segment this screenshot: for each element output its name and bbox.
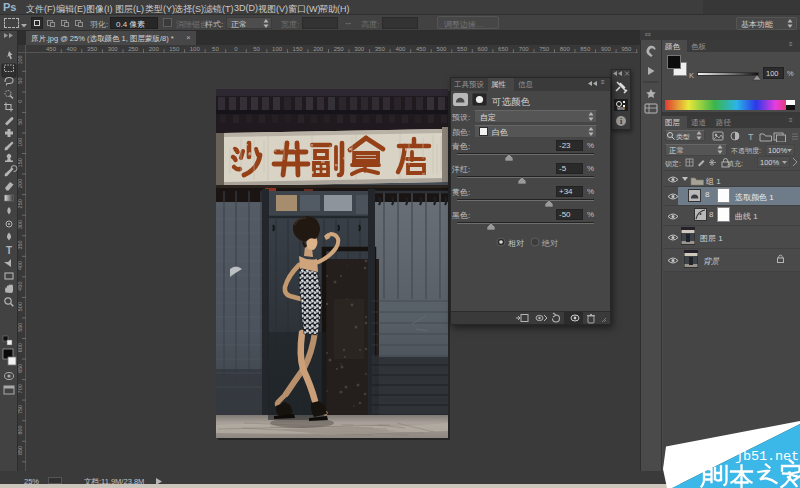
svg-text:jb51.net: jb51.net bbox=[735, 449, 799, 464]
